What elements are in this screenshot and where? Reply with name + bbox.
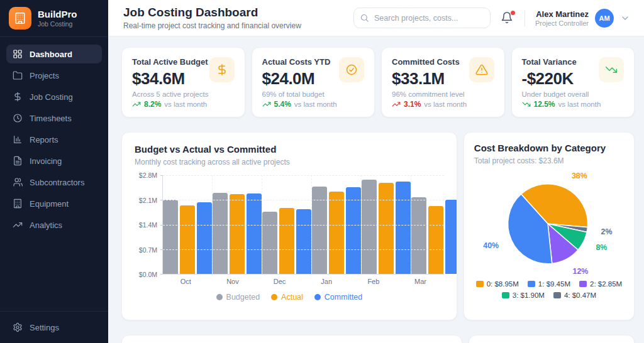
search-input[interactable]: [353, 8, 491, 28]
pie-legend-item-0: 0: $8.95M: [476, 280, 519, 288]
pie-slice-label-4: 2%: [601, 227, 612, 236]
bar-dec-budgeted: [262, 212, 277, 274]
kpi-trend-pct: 8.2%: [144, 100, 161, 109]
y-tick-label: $1.4M: [139, 221, 157, 229]
sidebar: BuildPro Job Costing DashboardProjectsJo…: [0, 0, 108, 343]
kpi-title: Total Active Budget: [132, 57, 208, 67]
y-tick-label: $2.1M: [139, 197, 157, 204]
kpi-value: $33.1M: [392, 69, 465, 89]
pie-chart-title: Cost Breakdown by Category: [474, 143, 624, 153]
sidebar-item-equipment[interactable]: Equipment: [6, 194, 102, 213]
sidebar-item-settings[interactable]: Settings: [6, 318, 102, 337]
sidebar-item-label: Dashboard: [30, 50, 72, 59]
y-tickmark: [160, 200, 163, 200]
app-title-block: BuildPro Job Costing: [38, 9, 77, 28]
trend-up-icon: [262, 100, 271, 109]
kpi-trend: 3.1%vs last month: [392, 100, 494, 109]
pie-legend-swatch: [476, 281, 484, 287]
pie-legend-item-2: 2: $2.85M: [579, 280, 622, 288]
bar-nov-committed: [247, 193, 262, 274]
pie-slice-label-2: 12%: [572, 267, 588, 276]
legend-item-committed: Committed: [314, 293, 362, 302]
bar-nov-actual: [230, 194, 245, 274]
bar-feb-committed: [396, 182, 411, 274]
dashboard-content: Total Active Budget$34.6MAcross 5 active…: [108, 36, 644, 343]
gridline: [163, 225, 444, 226]
dollar-icon: [209, 57, 235, 82]
kpi-info: Total Variance-$220KUnder budget overall: [522, 57, 589, 98]
notifications-button[interactable]: [501, 11, 514, 25]
check-circle-icon: [339, 57, 364, 82]
pie-legend-row: 3: $1.90M4: $0.47M: [474, 291, 624, 299]
gridline: [163, 175, 444, 176]
pie-legend-item-4: 4: $0.47M: [553, 291, 596, 299]
partial-card-left: [121, 335, 462, 343]
below-fold-cards: [121, 335, 635, 343]
x-tick-label: Feb: [350, 278, 397, 285]
bar-oct-actual: [180, 205, 195, 274]
kpi-value: $34.6M: [132, 69, 208, 89]
clock-icon: [13, 113, 23, 123]
sidebar-item-dashboard[interactable]: Dashboard: [6, 45, 102, 63]
sidebar-item-timesheets[interactable]: Timesheets: [6, 109, 102, 128]
bar-chart-legend: BudgetedActualCommitted: [135, 293, 444, 302]
dollar-icon: [13, 92, 23, 102]
sidebar-item-projects[interactable]: Projects: [6, 66, 102, 85]
kpi-value: $24.0M: [262, 69, 331, 89]
trend-up-icon: [392, 100, 401, 109]
pie-chart-legend: 0: $8.95M1: $9.45M2: $2.85M3: $1.90M4: $…: [474, 280, 624, 299]
kpi-trend-label: vs last month: [164, 101, 207, 108]
legend-dot: [271, 294, 277, 300]
kpi-card-total-variance: Total Variance-$220KUnder budget overall…: [511, 47, 635, 117]
sidebar-item-reports[interactable]: Reports: [6, 130, 102, 149]
sidebar-item-invoicing[interactable]: Invoicing: [6, 151, 102, 170]
kpi-info: Committed Costs$33.1M96% commitment leve…: [392, 57, 465, 98]
kpi-top: Actual Costs YTD$24.0M69% of total budge…: [262, 57, 365, 98]
bar-chart-plot-col: OctNovDecJanFebMar: [162, 175, 444, 285]
kpi-trend-label: vs last month: [294, 101, 337, 108]
bar-chart-x-axis: OctNovDecJanFebMar: [162, 278, 444, 285]
trend-up-icon: [132, 100, 141, 109]
sidebar-footer: Settings: [0, 311, 108, 343]
legend-dot: [216, 294, 223, 300]
bar-chart-plot: [162, 175, 444, 275]
pie-legend-label: 2: $2.85M: [590, 280, 622, 288]
avatar[interactable]: AM: [595, 9, 614, 28]
folder-icon: [13, 70, 23, 80]
sidebar-item-label: Subcontractors: [30, 178, 84, 187]
app-logo: BuildPro Job Costing: [0, 0, 108, 37]
sidebar-item-analytics[interactable]: Analytics: [6, 215, 102, 234]
bar-mar-actual: [428, 206, 443, 274]
bar-chart-y-axis: $2.8M$2.1M$1.4M$0.7M$0.0M: [135, 175, 162, 275]
legend-item-budgeted: Budgeted: [216, 293, 260, 302]
kpi-title: Total Variance: [522, 57, 589, 67]
sidebar-item-job-costing[interactable]: Job Costing: [6, 87, 102, 106]
legend-label: Committed: [325, 293, 362, 302]
pie-legend-item-1: 1: $9.45M: [528, 280, 570, 288]
user-menu[interactable]: Alex Martinez Project Controller AM: [535, 9, 630, 28]
notification-dot: [511, 11, 515, 15]
x-tick-label: Jan: [303, 278, 350, 285]
search-box: [353, 8, 491, 28]
x-tick-label: Oct: [162, 278, 209, 285]
kpi-trend-pct: 12.5%: [534, 100, 555, 109]
kpi-trend: 8.2%vs last month: [132, 100, 235, 109]
bar-oct-budgeted: [163, 200, 178, 274]
kpi-info: Actual Costs YTD$24.0M69% of total budge…: [262, 57, 331, 98]
sidebar-item-subcontractors[interactable]: Subcontractors: [6, 173, 102, 192]
kpi-card-actual-costs-ytd: Actual Costs YTD$24.0M69% of total budge…: [252, 47, 375, 117]
gridline: [163, 249, 444, 250]
kpi-subtitle: 96% commitment level: [392, 90, 465, 98]
kpi-value: -$220K: [522, 69, 589, 89]
legend-label: Budgeted: [226, 293, 260, 302]
sidebar-item-label: Reports: [30, 135, 58, 144]
app-root: BuildPro Job Costing DashboardProjectsJo…: [0, 0, 644, 343]
sidebar-item-label: Timesheets: [30, 114, 72, 123]
y-tick-label: $0.0M: [139, 271, 157, 278]
legend-label: Actual: [281, 293, 303, 302]
trending-down-icon: [599, 57, 624, 82]
chevron-down-icon[interactable]: [620, 13, 630, 23]
users-icon: [13, 177, 23, 187]
legend-dot: [314, 294, 321, 300]
sidebar-item-label: Settings: [30, 323, 59, 332]
